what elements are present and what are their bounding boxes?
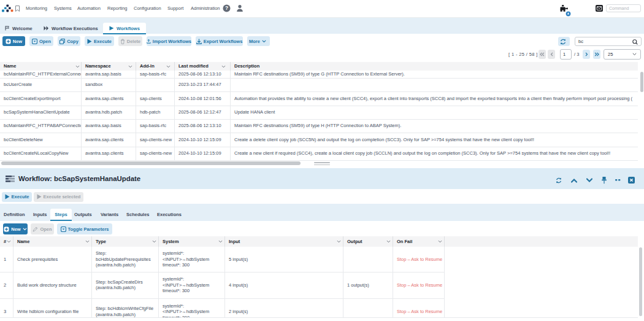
svg-text:?: ? xyxy=(225,5,228,11)
